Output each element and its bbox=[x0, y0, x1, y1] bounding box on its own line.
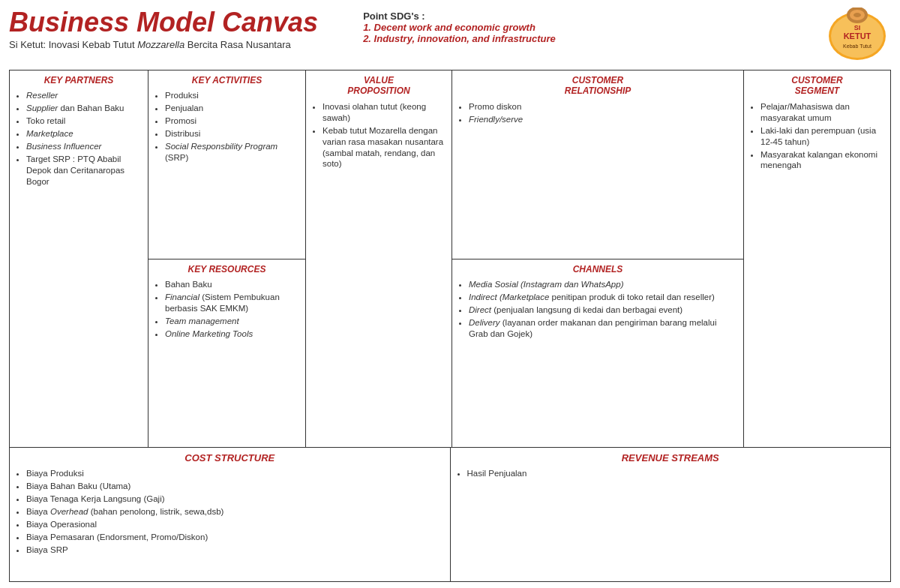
bottom-row: COST STRUCTURE Biaya Produksi Biaya Baha… bbox=[10, 448, 890, 581]
list-item: Media Sosial (Instagram dan WhatsApp) bbox=[469, 279, 737, 290]
key-resources-inner: KEY RESOURCES Bahan Baku Financial (Sist… bbox=[148, 260, 305, 448]
key-activities-title: KEY ACTIVITIES bbox=[154, 75, 299, 86]
list-item: Penjualan bbox=[165, 103, 299, 114]
list-item: Biaya Operasional bbox=[26, 519, 444, 530]
sdg-point-2: 2. Industry, innovation, and infrastruct… bbox=[363, 33, 824, 44]
revenue-streams-title: REVENUE STREAMS bbox=[457, 452, 885, 464]
main-title: Business Model Canvas bbox=[9, 8, 318, 38]
list-item: Laki-laki dan perempuan (usia 12-45 tahu… bbox=[760, 125, 884, 148]
canvas-area: KEY PARTNERS Reseller Supplier dan Bahan… bbox=[9, 70, 891, 582]
list-item: Promo diskon bbox=[469, 101, 737, 112]
logo-box: SI KETUT Kebab Tutut bbox=[824, 8, 891, 64]
customer-relationship-list: Promo diskon Friendly/serve bbox=[458, 101, 737, 125]
header-left: Business Model Canvas Si Ketut: Inovasi … bbox=[9, 8, 318, 50]
value-proposition-list: Inovasi olahan tutut (keong sawah) Kebab… bbox=[312, 101, 446, 170]
col-key-partners: KEY PARTNERS Reseller Supplier dan Bahan… bbox=[10, 70, 148, 447]
svg-point-7 bbox=[854, 13, 861, 17]
customer-relationship-title: CUSTOMERRELATIONSHIP bbox=[458, 75, 737, 97]
key-resources-title: KEY RESOURCES bbox=[154, 264, 299, 274]
col-value-proposition: VALUEPROPOSITION Inovasi olahan tutut (k… bbox=[306, 70, 452, 447]
list-item: Online Marketing Tools bbox=[165, 328, 299, 340]
col-revenue-streams: REVENUE STREAMS Hasil Penjualan bbox=[451, 448, 891, 581]
svg-text:SI: SI bbox=[854, 24, 860, 32]
subtitle-suffix: Bercita Rasa Nusantara bbox=[184, 39, 291, 50]
list-item: Business Influencer bbox=[26, 141, 142, 152]
header-center: Point SDG's : 1. Decent work and economi… bbox=[318, 8, 824, 44]
col-customer-segment: CUSTOMERSEGMENT Pelajar/Mahasiswa dan ma… bbox=[744, 70, 890, 447]
value-proposition-title: VALUEPROPOSITION bbox=[312, 75, 446, 97]
header: Business Model Canvas Si Ketut: Inovasi … bbox=[9, 8, 891, 64]
customer-segment-title: CUSTOMERSEGMENT bbox=[750, 75, 884, 97]
list-item: Promosi bbox=[165, 116, 299, 127]
key-partners-cell: KEY PARTNERS Reseller Supplier dan Bahan… bbox=[10, 70, 148, 447]
list-item: Biaya Bahan Baku (Utama) bbox=[26, 481, 444, 492]
subtitle: Si Ketut: Inovasi Kebab Tutut Mozzarella… bbox=[9, 39, 318, 50]
list-item: Team management bbox=[165, 316, 299, 327]
list-item: Supplier dan Bahan Baku bbox=[26, 103, 142, 114]
cost-structure-list: Biaya Produksi Biaya Bahan Baku (Utama) … bbox=[16, 468, 444, 556]
list-item: Biaya Tenaga Kerja Langsung (Gaji) bbox=[26, 494, 444, 505]
page: Business Model Canvas Si Ketut: Inovasi … bbox=[0, 0, 900, 588]
revenue-streams-cell: REVENUE STREAMS Hasil Penjualan bbox=[451, 448, 891, 581]
key-activities-cell: KEY ACTIVITIES Produksi Penjualan Promos… bbox=[148, 70, 305, 260]
customer-segment-cell: CUSTOMERSEGMENT Pelajar/Mahasiswa dan ma… bbox=[744, 70, 890, 447]
list-item: Toko retail bbox=[26, 116, 142, 127]
list-item: Target SRP : PTQ Ababil Depok dan Cerita… bbox=[26, 154, 142, 188]
col-right-stack: CUSTOMERRELATIONSHIP Promo diskon Friend… bbox=[452, 70, 744, 447]
subtitle-prefix: Si Ketut: Inovasi Kebab Tutut bbox=[9, 39, 137, 50]
cost-structure-cell: COST STRUCTURE Biaya Produksi Biaya Baha… bbox=[10, 448, 450, 581]
list-item: Delivery (layanan order makanan dan peng… bbox=[469, 317, 737, 340]
list-item: Bahan Baku bbox=[165, 279, 299, 290]
key-partners-list: Reseller Supplier dan Bahan Baku Toko re… bbox=[16, 90, 142, 188]
subtitle-italic: Mozzarella bbox=[137, 39, 184, 50]
customer-relationship-cell: CUSTOMERRELATIONSHIP Promo diskon Friend… bbox=[452, 70, 743, 260]
list-item: Biaya Pemasaran (Endorsment, Promo/Disko… bbox=[26, 532, 444, 543]
list-item: Marketplace bbox=[26, 128, 142, 140]
svg-text:Kebab Tutut: Kebab Tutut bbox=[843, 44, 872, 49]
list-item: Friendly/serve bbox=[469, 114, 737, 125]
key-activities-list: Produksi Penjualan Promosi Distribusi So… bbox=[154, 90, 299, 164]
list-item: Kebab tutut Mozarella dengan varian rasa… bbox=[322, 125, 446, 170]
col-middle: KEY ACTIVITIES Produksi Penjualan Promos… bbox=[148, 70, 306, 447]
list-item: Distribusi bbox=[165, 128, 299, 140]
key-resources-list: Bahan Baku Financial (Sistem Pembukuan b… bbox=[154, 279, 299, 340]
list-item: Pelajar/Mahasiswa dan masyarakat umum bbox=[760, 101, 884, 124]
col-cost-structure: COST STRUCTURE Biaya Produksi Biaya Baha… bbox=[10, 448, 451, 581]
list-item: Direct (penjualan langsung di kedai dan … bbox=[469, 304, 737, 316]
top-row: KEY PARTNERS Reseller Supplier dan Bahan… bbox=[10, 70, 890, 448]
cost-structure-title: COST STRUCTURE bbox=[16, 452, 444, 464]
channels-cell: CHANNELS Media Sosial (Instagram dan Wha… bbox=[452, 260, 743, 448]
channels-list: Media Sosial (Instagram dan WhatsApp) In… bbox=[458, 279, 737, 340]
value-proposition-cell: VALUEPROPOSITION Inovasi olahan tutut (k… bbox=[306, 70, 452, 447]
channels-inner: CHANNELS Media Sosial (Instagram dan Wha… bbox=[452, 260, 743, 448]
customer-relationship-inner: CUSTOMERRELATIONSHIP Promo diskon Friend… bbox=[452, 70, 743, 259]
sdg-point-1: 1. Decent work and economic growth bbox=[363, 22, 824, 33]
list-item: Inovasi olahan tutut (keong sawah) bbox=[322, 101, 446, 124]
list-item: Produksi bbox=[165, 90, 299, 101]
revenue-streams-list: Hasil Penjualan bbox=[457, 468, 885, 479]
list-item: Biaya SRP bbox=[26, 544, 444, 556]
list-item: Financial (Sistem Pembukuan berbasis SAK… bbox=[165, 292, 299, 314]
siketut-logo: SI KETUT Kebab Tutut bbox=[826, 8, 890, 64]
key-resources-cell: KEY RESOURCES Bahan Baku Financial (Sist… bbox=[148, 260, 305, 448]
list-item: Indirect (Marketplace penitipan produk d… bbox=[469, 292, 737, 303]
customer-segment-list: Pelajar/Mahasiswa dan masyarakat umum La… bbox=[750, 101, 884, 172]
list-item: Biaya Produksi bbox=[26, 468, 444, 479]
channels-title: CHANNELS bbox=[458, 264, 737, 274]
key-activities-inner: KEY ACTIVITIES Produksi Penjualan Promos… bbox=[148, 70, 305, 259]
list-item: Biaya Overhead (bahan penolong, listrik,… bbox=[26, 506, 444, 518]
list-item: Social Responsbility Program (SRP) bbox=[165, 141, 299, 164]
svg-text:KETUT: KETUT bbox=[843, 32, 871, 40]
sdg-title: Point SDG's : bbox=[363, 10, 824, 22]
list-item: Reseller bbox=[26, 90, 142, 101]
list-item: Hasil Penjualan bbox=[467, 468, 885, 479]
list-item: Masyarakat kalangan ekonomi menengah bbox=[760, 149, 884, 172]
key-partners-title: KEY PARTNERS bbox=[16, 75, 142, 86]
